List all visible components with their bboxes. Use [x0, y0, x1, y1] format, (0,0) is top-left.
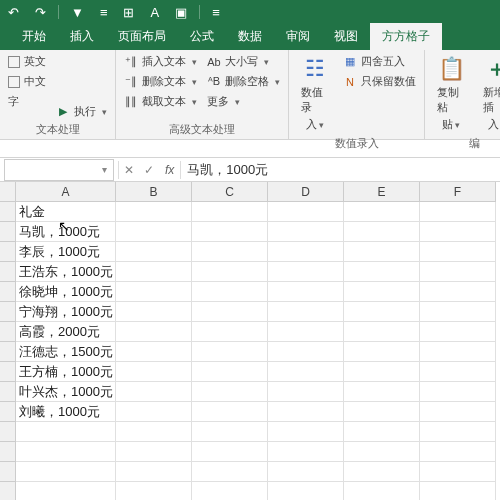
cell[interactable]	[420, 422, 496, 442]
cell[interactable]	[192, 402, 268, 422]
cell[interactable]	[420, 262, 496, 282]
tab-ffgz[interactable]: 方方格子	[370, 23, 442, 50]
insert-text-button[interactable]: ⁺∥插入文本▾	[122, 53, 199, 70]
select-all-corner[interactable]	[0, 182, 16, 202]
checkbox-chinese[interactable]: 中文	[6, 73, 48, 90]
cell[interactable]: 汪德志，1500元	[16, 342, 116, 362]
cell[interactable]	[420, 462, 496, 482]
cell[interactable]	[344, 342, 420, 362]
row-header[interactable]	[0, 202, 16, 222]
cell[interactable]: 高霞，2000元	[16, 322, 116, 342]
cell[interactable]	[268, 462, 344, 482]
row-header[interactable]	[0, 262, 16, 282]
cancel-button[interactable]: ✕	[119, 163, 139, 177]
row-header[interactable]	[0, 362, 16, 382]
formula-input[interactable]: 马凯，1000元	[181, 161, 500, 179]
column-header-a[interactable]: A	[16, 182, 116, 202]
cell[interactable]: 礼金	[16, 202, 116, 222]
case-button[interactable]: Ab大小写▾	[205, 53, 282, 70]
row-header[interactable]	[0, 442, 16, 462]
cell[interactable]	[268, 322, 344, 342]
row-header[interactable]	[0, 322, 16, 342]
cell[interactable]	[268, 242, 344, 262]
cell[interactable]	[420, 482, 496, 500]
cell[interactable]	[344, 222, 420, 242]
cell[interactable]	[116, 342, 192, 362]
cell[interactable]	[116, 402, 192, 422]
filter-icon[interactable]: ▼	[67, 3, 88, 22]
cell[interactable]: 宁海翔，1000元	[16, 302, 116, 322]
cell[interactable]	[344, 282, 420, 302]
cell[interactable]: 马凯，1000元	[16, 222, 116, 242]
cell[interactable]	[192, 462, 268, 482]
cell[interactable]	[268, 402, 344, 422]
tab-home[interactable]: 开始	[10, 23, 58, 50]
cell[interactable]	[192, 302, 268, 322]
cell[interactable]	[344, 422, 420, 442]
cell[interactable]	[268, 302, 344, 322]
font-icon[interactable]: A	[146, 3, 163, 22]
cell[interactable]	[192, 422, 268, 442]
extract-text-button[interactable]: ∥∥截取文本▾	[122, 93, 199, 110]
cell[interactable]	[192, 342, 268, 362]
undo-icon[interactable]: ↶	[4, 3, 23, 22]
row-header[interactable]	[0, 422, 16, 442]
cell[interactable]	[192, 322, 268, 342]
fx-icon[interactable]: fx	[159, 163, 180, 177]
round-button[interactable]: ▦四舍五入	[341, 53, 418, 70]
cell[interactable]	[16, 422, 116, 442]
cell[interactable]	[420, 362, 496, 382]
cell[interactable]: 王浩东，1000元	[16, 262, 116, 282]
number-input-button[interactable]: ☷ 数值录 入▾	[295, 53, 335, 134]
cell[interactable]	[420, 382, 496, 402]
row-header[interactable]	[0, 342, 16, 362]
cell[interactable]: 叶兴杰，1000元	[16, 382, 116, 402]
cell[interactable]	[344, 202, 420, 222]
cell[interactable]	[116, 382, 192, 402]
cell[interactable]	[344, 242, 420, 262]
chevron-down-icon[interactable]: ▾	[102, 164, 107, 175]
copy-paste-button[interactable]: 📋 复制粘 贴▾	[431, 53, 471, 134]
row-header[interactable]	[0, 282, 16, 302]
confirm-button[interactable]: ✓	[139, 163, 159, 177]
cell[interactable]	[344, 462, 420, 482]
execute-button[interactable]: ▶执行▾	[54, 103, 109, 120]
more-button[interactable]: 更多▾	[205, 93, 282, 110]
cell[interactable]	[192, 222, 268, 242]
column-header-f[interactable]: F	[420, 182, 496, 202]
cell[interactable]	[192, 362, 268, 382]
cell[interactable]	[16, 442, 116, 462]
cell[interactable]	[268, 362, 344, 382]
cell[interactable]	[116, 422, 192, 442]
cell[interactable]	[192, 242, 268, 262]
cell[interactable]	[192, 202, 268, 222]
column-header-c[interactable]: C	[192, 182, 268, 202]
cell[interactable]	[116, 282, 192, 302]
list-icon[interactable]: ≡	[96, 3, 112, 22]
cell[interactable]	[344, 302, 420, 322]
row-header[interactable]	[0, 402, 16, 422]
cell[interactable]	[192, 482, 268, 500]
cell[interactable]	[16, 462, 116, 482]
cell[interactable]	[344, 442, 420, 462]
cell[interactable]	[268, 222, 344, 242]
cell[interactable]	[420, 302, 496, 322]
cell[interactable]	[420, 242, 496, 262]
cell[interactable]	[192, 442, 268, 462]
cell[interactable]	[344, 362, 420, 382]
cell[interactable]	[420, 222, 496, 242]
cell[interactable]	[344, 382, 420, 402]
cell[interactable]: 刘曦，1000元	[16, 402, 116, 422]
cell[interactable]	[116, 202, 192, 222]
cell[interactable]: 王方楠，1000元	[16, 362, 116, 382]
name-box[interactable]: ▾	[4, 159, 114, 181]
cell[interactable]	[116, 262, 192, 282]
cell[interactable]	[116, 482, 192, 500]
grid-icon[interactable]: ⊞	[119, 3, 138, 22]
cell[interactable]: 李辰，1000元	[16, 242, 116, 262]
cell[interactable]	[116, 442, 192, 462]
tab-insert[interactable]: 插入	[58, 23, 106, 50]
cell[interactable]	[420, 442, 496, 462]
cell[interactable]	[420, 402, 496, 422]
cell[interactable]: 徐晓坤，1000元	[16, 282, 116, 302]
